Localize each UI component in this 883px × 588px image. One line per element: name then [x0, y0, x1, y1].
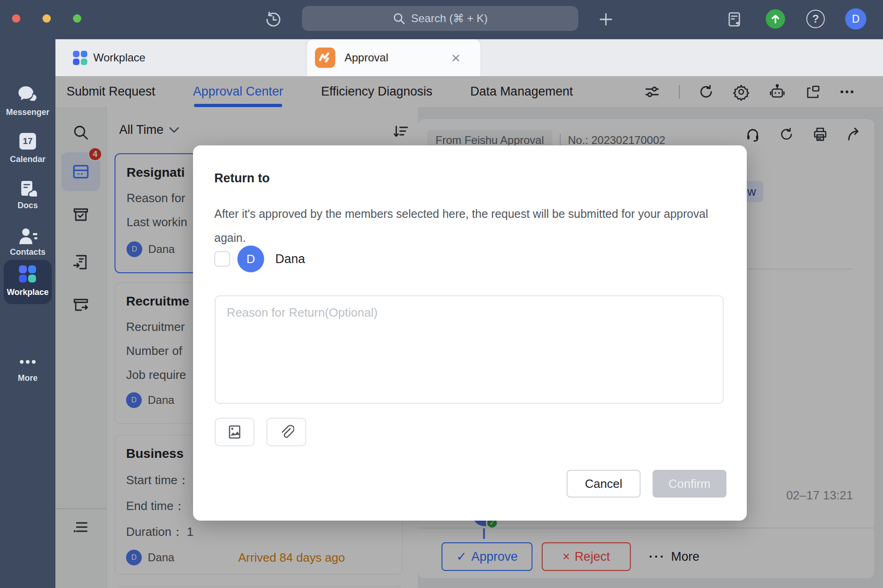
- help-button[interactable]: ?: [806, 10, 825, 28]
- approval-app-icon: [315, 48, 335, 68]
- confirm-button[interactable]: Confirm: [653, 470, 726, 498]
- more-dots-icon: [19, 360, 36, 364]
- question-icon: ?: [812, 12, 819, 25]
- sidebar-item-label: Messenger: [0, 108, 55, 117]
- history-button[interactable]: [264, 10, 283, 29]
- workplace-icon: [19, 265, 36, 282]
- app-sidebar: Messenger 17 Calendar Docs: [0, 39, 55, 588]
- history-icon: [265, 11, 282, 28]
- search-placeholder: Search (⌘ + K): [411, 12, 488, 25]
- dialog-description: After it's approved by the members selec…: [214, 202, 729, 250]
- paperclip-icon: [278, 424, 294, 440]
- top-bar: Search (⌘ + K): [0, 0, 883, 39]
- member-avatar: D: [237, 246, 264, 272]
- window-minimize-button[interactable]: [42, 14, 51, 23]
- cancel-button[interactable]: Cancel: [567, 470, 641, 498]
- sidebar-item-label: Calendar: [0, 155, 55, 164]
- device-bell-icon: [725, 10, 744, 29]
- arrow-up-icon: [769, 13, 781, 25]
- return-to-dialog: Return to After it's approved by the mem…: [193, 145, 747, 521]
- upgrade-button[interactable]: [766, 9, 785, 29]
- sidebar-item-label: Contacts: [0, 247, 55, 257]
- window-zoom-button[interactable]: [73, 14, 81, 23]
- search-icon: [393, 12, 405, 25]
- member-name: Dana: [275, 252, 305, 266]
- plus-icon: [598, 12, 614, 27]
- new-tab-button[interactable]: [597, 10, 615, 29]
- tab-approval[interactable]: Approval ×: [307, 39, 480, 76]
- dialog-title: Return to: [214, 171, 270, 186]
- workspace-notification-button[interactable]: [725, 10, 744, 29]
- member-checkbox[interactable]: [214, 251, 230, 267]
- user-avatar[interactable]: D: [845, 8, 866, 30]
- sidebar-item-label: Docs: [0, 201, 55, 210]
- insert-image-button[interactable]: [215, 418, 254, 446]
- sidebar-item-label: Workplace: [0, 288, 55, 297]
- image-icon: [227, 424, 242, 440]
- app-window: Search (⌘ + K): [0, 0, 883, 588]
- attach-file-button[interactable]: [266, 418, 306, 446]
- tab-strip: Workplace Approval ×: [55, 39, 883, 76]
- return-reason-input[interactable]: [215, 295, 724, 404]
- workplace-tab-icon: [73, 51, 87, 65]
- messenger-icon: [18, 85, 38, 103]
- docs-icon: [18, 180, 37, 198]
- search-input[interactable]: Search (⌘ + K): [302, 6, 578, 31]
- window-close-button[interactable]: [12, 14, 20, 23]
- contacts-icon: [18, 228, 38, 245]
- calendar-icon: 17: [19, 133, 36, 150]
- sidebar-item-label: More: [0, 373, 55, 383]
- close-tab-icon[interactable]: ×: [446, 48, 466, 68]
